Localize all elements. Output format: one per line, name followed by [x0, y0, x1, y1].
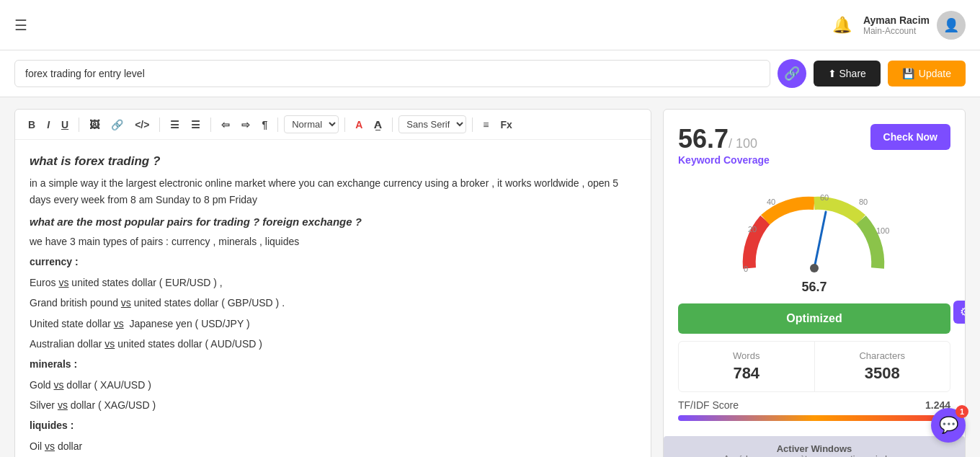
characters-label: Characters — [824, 350, 942, 361]
editor-heading-2: what are the most popular pairs for trad… — [30, 213, 636, 231]
keyword-coverage-label: Keyword Coverage — [678, 154, 770, 166]
ordered-list-button[interactable]: ☰ — [166, 116, 184, 133]
main-layout: B I U 🖼 🔗 </> ☰ ☰ ⇦ ⇨ ¶ Normal A A̲ Sans… — [0, 97, 980, 457]
italic-button[interactable]: I — [43, 116, 54, 133]
editor-panel: B I U 🖼 🔗 </> ☰ ☰ ⇦ ⇨ ¶ Normal A A̲ Sans… — [14, 109, 651, 457]
search-row: 🔗 ⬆ Share 💾 Update — [0, 50, 980, 97]
editor-line-6: Silver vs dollar ( XAG/USD ) — [30, 397, 636, 413]
stats-row: Words 784 Characters 3508 — [678, 341, 950, 392]
separator-1 — [79, 117, 79, 132]
avatar: 👤 — [937, 11, 966, 40]
tfidf-label: TF/IDF Score — [678, 399, 739, 411]
words-stat: Words 784 — [679, 342, 815, 391]
optimized-bar: Optimized — [678, 303, 950, 334]
font-color-button[interactable]: A — [351, 116, 367, 133]
header-left: ☰ — [14, 17, 27, 34]
score-max: / 100 — [729, 136, 757, 151]
chat-bubble[interactable]: 💬 1 — [931, 408, 966, 443]
user-name: Ayman Racim — [863, 14, 930, 26]
user-info: Ayman Racim Main-Account 👤 — [863, 11, 966, 40]
editor-line-7: Oil vs dollar — [30, 438, 636, 454]
update-icon: 💾 — [902, 68, 914, 79]
svg-text:100: 100 — [876, 226, 889, 235]
font-family-select[interactable]: Sans Serif — [398, 115, 466, 133]
link-button[interactable]: 🔗 — [778, 59, 806, 88]
clear-format-button[interactable]: Fx — [496, 116, 516, 133]
separator-4 — [277, 117, 278, 132]
update-button[interactable]: 💾 Update — [888, 61, 966, 86]
header: ☰ 🔔 Ayman Racim Main-Account 👤 — [0, 0, 980, 50]
settings-fab[interactable]: ⚙ — [953, 301, 966, 324]
separator-7 — [472, 117, 473, 132]
pilcrow-button[interactable]: ¶ — [257, 116, 272, 133]
words-value: 784 — [687, 364, 806, 383]
svg-text:80: 80 — [859, 198, 868, 206]
check-now-button[interactable]: Check Now — [870, 124, 950, 150]
windows-line-1: Activer Windows — [674, 443, 955, 454]
windows-line-2: Accédez aux paramètres pour activer wind… — [674, 454, 955, 457]
svg-text:60: 60 — [820, 193, 829, 202]
code-button[interactable]: </> — [130, 116, 153, 133]
editor-line-1: Euros vs united states dollar ( EUR/USD … — [30, 275, 636, 290]
user-role: Main-Account — [863, 26, 930, 36]
font-highlight-button[interactable]: A̲ — [370, 116, 386, 133]
characters-value: 3508 — [824, 364, 942, 383]
editor-line-3: United state dollar vs Japanese yen ( US… — [30, 316, 636, 332]
bold-button[interactable]: B — [24, 116, 40, 133]
words-label: Words — [687, 350, 806, 361]
separator-2 — [159, 117, 160, 132]
score-display: 56.7/ 100 Keyword Coverage — [678, 124, 770, 174]
toolbar: B I U 🖼 🔗 </> ☰ ☰ ⇦ ⇨ ¶ Normal A A̲ Sans… — [15, 110, 651, 140]
search-input[interactable] — [14, 60, 770, 87]
tfidf-bar — [678, 415, 950, 421]
indent-right-button[interactable]: ⇨ — [237, 116, 254, 133]
chat-badge: 1 — [956, 405, 968, 418]
editor-liquides-bold: liquides : — [30, 417, 636, 433]
editor-content[interactable]: what is forex trading ? in a simple way … — [15, 140, 651, 457]
update-label: Update — [919, 68, 951, 79]
editor-line-2: Grand british pound vs united states dol… — [30, 295, 636, 311]
svg-text:40: 40 — [767, 198, 775, 206]
separator-6 — [392, 117, 393, 132]
score-row: 56.7/ 100 Keyword Coverage Check Now — [678, 124, 950, 174]
indent-left-button[interactable]: ⇦ — [217, 116, 234, 133]
editor-heading-1: what is forex trading ? — [30, 151, 636, 171]
align-button[interactable]: ≡ — [478, 116, 493, 133]
editor-line-5: Gold vs dollar ( XAU/USD ) — [30, 377, 636, 393]
separator-3 — [210, 117, 211, 132]
underline-button[interactable]: U — [57, 116, 73, 133]
editor-line-4: Australian dollar vs united states dolla… — [30, 336, 636, 352]
unordered-list-button[interactable]: ☰ — [187, 116, 205, 133]
svg-point-7 — [810, 264, 819, 272]
image-button[interactable]: 🖼 — [85, 116, 104, 133]
characters-stat: Characters 3508 — [815, 342, 950, 391]
right-panel: ⚙ 56.7/ 100 Keyword Coverage Check Now — [663, 109, 966, 457]
editor-minerals-bold: minerals : — [30, 356, 636, 372]
windows-overlay: Activer Windows Accédez aux paramètres p… — [664, 436, 965, 457]
svg-text:0: 0 — [744, 265, 748, 273]
gauge-score-label: 56.7 — [678, 280, 950, 295]
gauge-svg: 0 20 40 60 80 100 — [735, 189, 894, 275]
editor-currency-bold: currency : — [30, 254, 636, 270]
share-button[interactable]: ⬆ Share — [814, 61, 881, 86]
header-right: 🔔 Ayman Racim Main-Account 👤 — [832, 11, 966, 40]
score-number: 56.7 — [678, 124, 729, 154]
separator-5 — [344, 117, 345, 132]
svg-text:20: 20 — [748, 225, 757, 234]
tfidf-row: TF/IDF Score 1.244 — [678, 399, 950, 411]
hamburger-icon[interactable]: ☰ — [14, 17, 27, 34]
bell-icon[interactable]: 🔔 — [832, 16, 852, 35]
chat-icon: 💬 — [939, 416, 958, 435]
svg-line-6 — [814, 212, 826, 268]
style-select[interactable]: Normal — [284, 115, 339, 133]
editor-p1: in a simple way it the largest electroni… — [30, 175, 636, 208]
link-toolbar-button[interactable]: 🔗 — [107, 116, 128, 133]
editor-p2: we have 3 main types of pairs : currency… — [30, 234, 636, 249]
gauge-container: 0 20 40 60 80 100 — [678, 182, 950, 275]
